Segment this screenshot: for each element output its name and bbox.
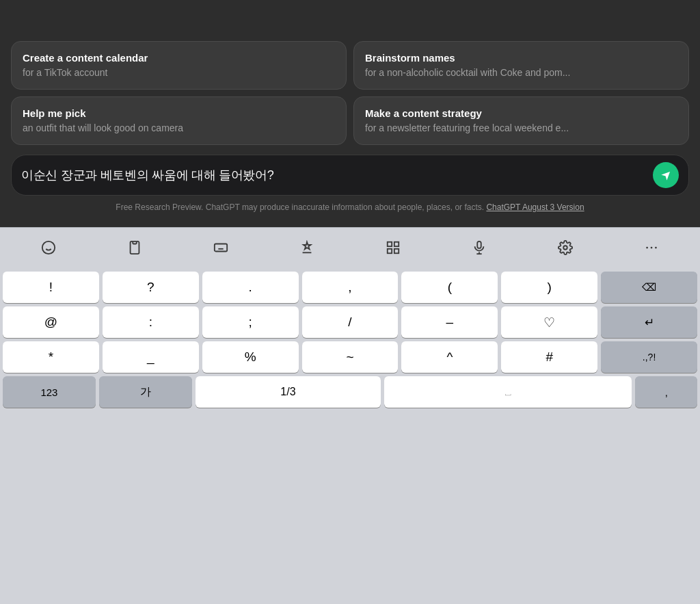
keyboard-row-bottom: 123 가 1/3 ⎵ , bbox=[3, 376, 697, 408]
key-hash[interactable]: # bbox=[501, 341, 597, 373]
key-asterisk[interactable]: * bbox=[3, 341, 99, 373]
key-period[interactable]: . bbox=[202, 272, 299, 303]
key-semicolon[interactable]: ; bbox=[202, 306, 299, 338]
format-icon[interactable] bbox=[294, 235, 320, 261]
suggestion-subtitle: for a newsletter featuring free local we… bbox=[365, 122, 677, 135]
keyboard-row-3: * _ % ~ ^ # .,?! bbox=[3, 341, 697, 373]
key-heart[interactable]: ♡ bbox=[501, 306, 597, 338]
grid-icon[interactable] bbox=[380, 235, 406, 261]
more-icon[interactable] bbox=[638, 235, 664, 261]
key-percent[interactable]: % bbox=[202, 341, 299, 373]
keyboard-toolbar bbox=[0, 227, 700, 267]
svg-rect-11 bbox=[388, 242, 392, 246]
disclaimer-text: Free Research Preview. ChatGPT may produ… bbox=[116, 202, 484, 212]
emoji-icon[interactable] bbox=[36, 235, 62, 261]
suggestion-subtitle: an outfit that will look good on camera bbox=[23, 122, 335, 135]
key-comma-bottom[interactable]: , bbox=[635, 376, 697, 408]
suggestion-card-outfit[interactable]: Help me pick an outfit that will look go… bbox=[11, 96, 347, 145]
key-caret[interactable]: ^ bbox=[401, 341, 498, 373]
suggestion-subtitle: for a TikTok account bbox=[23, 66, 335, 80]
key-punct-set[interactable]: .,?! bbox=[601, 341, 697, 373]
key-at[interactable]: @ bbox=[3, 306, 99, 338]
suggestion-subtitle: for a non-alcoholic cocktail with Coke a… bbox=[365, 66, 677, 80]
key-tilde[interactable]: ~ bbox=[302, 341, 399, 373]
svg-point-21 bbox=[655, 247, 657, 249]
key-slash[interactable]: / bbox=[302, 306, 399, 338]
send-icon: ➤ bbox=[658, 166, 675, 183]
key-open-paren[interactable]: ( bbox=[401, 272, 498, 303]
svg-rect-13 bbox=[388, 249, 392, 253]
key-return[interactable]: ↵ bbox=[601, 306, 697, 338]
disclaimer-link[interactable]: ChatGPT August 3 Version bbox=[486, 202, 584, 212]
key-page-indicator[interactable]: 1/3 bbox=[196, 376, 381, 408]
svg-rect-12 bbox=[394, 242, 399, 246]
suggestion-card-content-calendar[interactable]: Create a content calendar for a TikTok a… bbox=[11, 41, 347, 90]
send-button[interactable]: ➤ bbox=[653, 162, 679, 188]
keyboard-icon[interactable] bbox=[208, 235, 234, 261]
svg-rect-15 bbox=[477, 241, 481, 248]
clipboard-icon[interactable] bbox=[122, 235, 148, 261]
svg-rect-14 bbox=[394, 249, 399, 253]
suggestion-title: Help me pick bbox=[23, 107, 335, 120]
key-numbers[interactable]: 123 bbox=[3, 376, 96, 408]
suggestion-title: Create a content calendar bbox=[23, 51, 335, 65]
key-question[interactable]: ? bbox=[103, 272, 199, 303]
key-lang[interactable]: 가 bbox=[99, 376, 192, 408]
keyboard-row-2: @ : ; / – ♡ ↵ bbox=[3, 306, 697, 338]
key-colon[interactable]: : bbox=[103, 306, 199, 338]
key-comma[interactable]: , bbox=[302, 272, 399, 303]
suggestion-grid: Create a content calendar for a TikTok a… bbox=[11, 41, 689, 145]
suggestion-card-strategy[interactable]: Make a content strategy for a newsletter… bbox=[353, 96, 689, 145]
svg-rect-3 bbox=[133, 241, 137, 244]
keyboard-row-1: ! ? . , ( ) ⌫ bbox=[3, 272, 697, 303]
suggestion-title: Make a content strategy bbox=[365, 107, 677, 120]
svg-point-18 bbox=[563, 246, 567, 250]
key-exclamation[interactable]: ! bbox=[3, 272, 99, 303]
key-underscore[interactable]: _ bbox=[103, 341, 199, 373]
message-input-row[interactable]: 이순신 장군과 베토벤의 싸움에 대해 들어봤어? ➤ bbox=[11, 155, 689, 196]
key-space[interactable]: ⎵ bbox=[384, 376, 632, 408]
keyboard-area: ! ? . , ( ) ⌫ @ : ; / – ♡ ↵ * _ % ~ ^ # … bbox=[0, 267, 700, 604]
svg-point-0 bbox=[42, 241, 55, 254]
settings-icon[interactable] bbox=[552, 235, 578, 261]
key-backspace[interactable]: ⌫ bbox=[601, 272, 697, 303]
svg-point-19 bbox=[646, 247, 648, 249]
svg-rect-4 bbox=[215, 244, 227, 252]
svg-point-20 bbox=[651, 247, 653, 249]
suggestion-title: Brainstorm names bbox=[365, 51, 677, 65]
message-input-text[interactable]: 이순신 장군과 베토벤의 싸움에 대해 들어봤어? bbox=[21, 167, 646, 183]
suggestion-card-brainstorm[interactable]: Brainstorm names for a non-alcoholic coc… bbox=[353, 41, 689, 90]
key-close-paren[interactable]: ) bbox=[501, 272, 597, 303]
disclaimer: Free Research Preview. ChatGPT may produ… bbox=[11, 201, 689, 219]
top-area: Create a content calendar for a TikTok a… bbox=[0, 0, 700, 227]
key-dash[interactable]: – bbox=[401, 306, 498, 338]
microphone-icon[interactable] bbox=[466, 235, 492, 261]
